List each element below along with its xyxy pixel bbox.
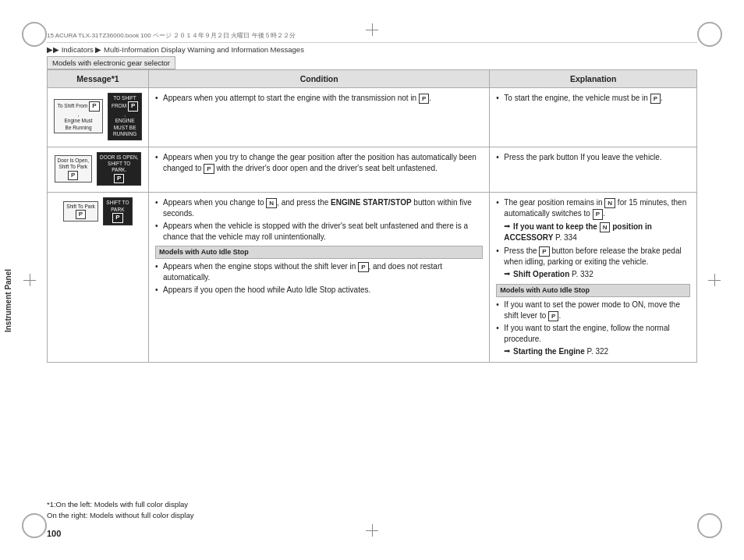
explanation-cell-2: Press the park button If you leave the v…: [490, 147, 697, 193]
print-info: 15 ACURA TLX-31TZ36000.book 100 ページ ２０１４…: [47, 31, 697, 43]
list-item: If you want to set the power mode to ON,…: [496, 299, 690, 321]
condition-cell-1: Appears when you attempt to start the en…: [149, 88, 490, 147]
main-table: Message*1 Condition Explanation To Shift…: [47, 69, 697, 363]
footnote-line2: On the right: Models without full color …: [47, 510, 194, 521]
footnote-line1: *1:On the left: Models with full color d…: [47, 499, 194, 510]
corner-decoration-tl: [22, 22, 47, 47]
icon-pair-1: To Shift From P,Engine MustBe Running TO…: [54, 93, 142, 140]
ref-item-2: ⮕ Shift Operation P. 332: [496, 269, 690, 280]
sub-section-auto-idle-exp: Models with Auto Idle Stop: [496, 284, 690, 297]
display-icon-dark-1: TO SHIFTFROM P,ENGINEMUST BERUNNING: [108, 93, 142, 140]
col-header-condition: Condition: [149, 70, 490, 88]
icon-pair-3: Shift To ParkP SHIFT TOPARKP: [54, 197, 142, 225]
explanation-cell-1: To start the engine, the vehicle must be…: [490, 88, 697, 147]
footnote: *1:On the left: Models with full color d…: [47, 499, 194, 522]
side-label: Instrument Panel: [4, 269, 12, 332]
list-item: Appears when you change to N, and press …: [155, 197, 483, 219]
list-item: Press the P button before release the br…: [496, 246, 690, 268]
explanation-cell-3: The gear position remains in N for 15 mi…: [490, 193, 697, 363]
section-label: Models with electronic gear selector: [47, 56, 175, 69]
breadcrumb-sep1: ▶: [95, 45, 101, 54]
message-cell-2: Door Is Open,Shift To ParkP DOOR IS OPEN…: [48, 147, 149, 193]
corner-decoration-tr: [697, 22, 722, 47]
sub-section-auto-idle-cond: Models with Auto Idle Stop: [155, 246, 483, 259]
display-icon-dark-2: DOOR IS OPEN,SHIFT TOPARK.P: [97, 152, 141, 186]
table-row: Door Is Open,Shift To ParkP DOOR IS OPEN…: [48, 147, 697, 193]
condition-cell-2: Appears when you try to change the gear …: [149, 147, 490, 193]
ref-item-3: ⮕ Starting the Engine P. 322: [496, 346, 690, 357]
page-number: 100: [47, 529, 61, 538]
corner-decoration-bl: [22, 513, 47, 538]
display-icon-light-3: Shift To ParkP: [63, 201, 98, 222]
left-crosshair: [23, 274, 36, 286]
list-item: Appears when you try to change the gear …: [155, 152, 483, 174]
display-icon-light-1: To Shift From P,Engine MustBe Running: [54, 99, 103, 133]
message-cell-1: To Shift From P,Engine MustBe Running TO…: [48, 88, 149, 147]
list-item: Appears when the engine stops without th…: [155, 261, 483, 283]
col-header-message: Message*1: [48, 70, 149, 88]
corner-decoration-br: [697, 513, 722, 538]
list-item: Appears when the vehicle is stopped with…: [155, 221, 483, 243]
main-content: Models with electronic gear selector Mes…: [47, 56, 697, 521]
breadcrumb-prefix: ▶▶: [47, 45, 59, 54]
ref-item: ⮕ If you want to keep the N position in …: [496, 222, 690, 243]
list-item: To start the engine, the vehicle must be…: [496, 93, 690, 104]
col-header-explanation: Explanation: [490, 70, 697, 88]
list-item: Appears if you open the hood while Auto …: [155, 285, 483, 296]
message-cell-3: Shift To ParkP SHIFT TOPARKP: [48, 193, 149, 363]
breadcrumb-part1: Indicators: [62, 45, 94, 54]
display-icon-dark-3: SHIFT TOPARKP: [103, 197, 133, 225]
list-item: If you want to start the engine, follow …: [496, 323, 690, 345]
breadcrumb-part2: Multi-Information Display Warning and In…: [104, 45, 304, 54]
table-row: Shift To ParkP SHIFT TOPARKP Appears whe…: [48, 193, 697, 363]
right-crosshair: [708, 274, 721, 286]
display-icon-light-2: Door Is Open,Shift To ParkP: [55, 155, 92, 183]
list-item: Press the park button If you leave the v…: [496, 152, 690, 163]
list-item: Appears when you attempt to start the en…: [155, 93, 483, 104]
table-row: To Shift From P,Engine MustBe Running TO…: [48, 88, 697, 147]
bottom-crosshair: [366, 524, 378, 537]
breadcrumb: ▶▶ Indicators ▶ Multi-Information Displa…: [47, 45, 304, 54]
condition-cell-3: Appears when you change to N, and press …: [149, 193, 490, 363]
icon-pair-2: Door Is Open,Shift To ParkP DOOR IS OPEN…: [54, 152, 142, 186]
list-item: The gear position remains in N for 15 mi…: [496, 197, 690, 219]
